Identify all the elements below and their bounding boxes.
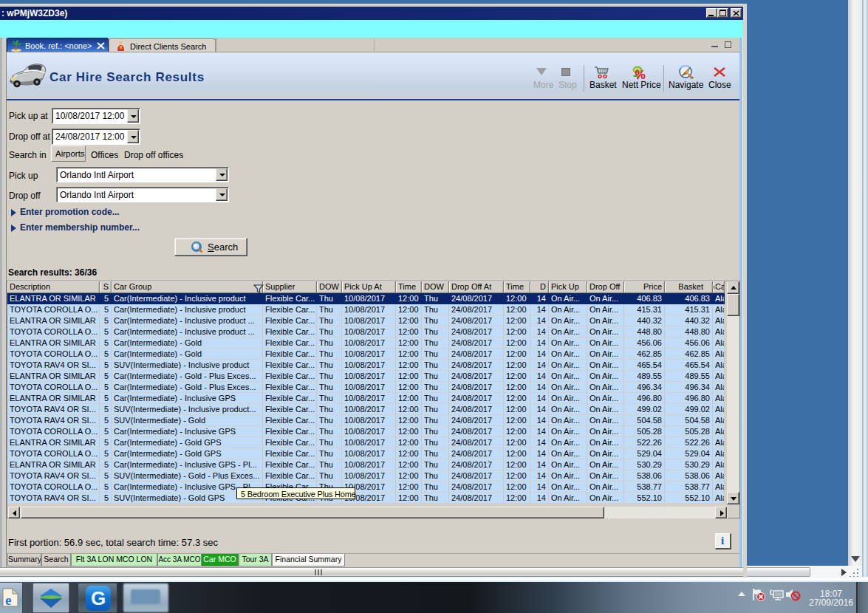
svg-text:%: % bbox=[635, 69, 646, 81]
svg-text:e: e bbox=[5, 592, 11, 607]
